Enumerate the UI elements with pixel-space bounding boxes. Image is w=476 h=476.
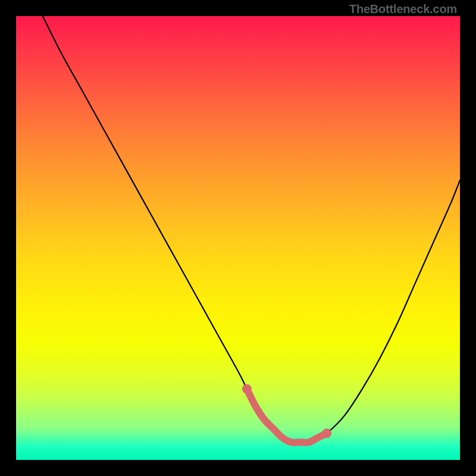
attribution-label: TheBottleneck.com xyxy=(349,2,457,16)
highlight-dot-end xyxy=(322,428,331,438)
plot-area xyxy=(16,16,460,460)
highlight-segment xyxy=(247,389,327,443)
highlight-dot-start xyxy=(242,384,252,394)
bottleneck-curve xyxy=(43,16,460,443)
chart-frame: TheBottleneck.com xyxy=(0,0,476,476)
chart-svg xyxy=(16,16,460,460)
